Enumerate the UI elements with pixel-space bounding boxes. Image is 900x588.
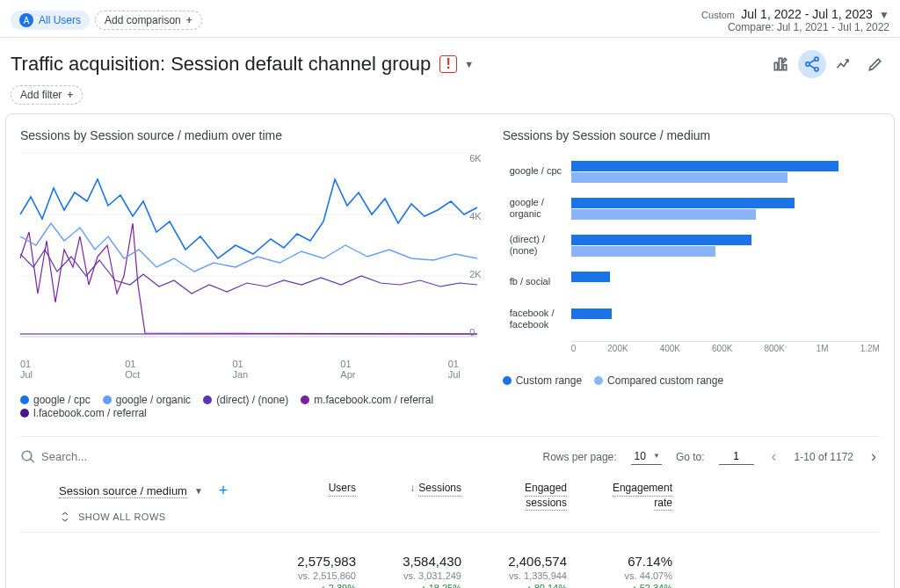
table-search[interactable] bbox=[20, 449, 543, 465]
rows-per-page-label: Rows per page: bbox=[543, 451, 617, 463]
summary-engagement-rate: 67.14% vs. 44.07% 52.34% bbox=[583, 554, 688, 588]
goto-label: Go to: bbox=[676, 451, 705, 463]
summary-engaged-sessions: 2,406,574 vs. 1,335,944 80.14% bbox=[477, 554, 583, 588]
rows-per-page-select[interactable]: 10 bbox=[631, 448, 662, 465]
y-tick: 4K bbox=[469, 211, 481, 221]
y-tick: 2K bbox=[469, 269, 481, 279]
svg-rect-2 bbox=[783, 65, 786, 70]
summary-users: 2,575,983 vs. 2,515,860 2.39% bbox=[266, 554, 372, 588]
legend-item[interactable]: google / cpc bbox=[20, 394, 91, 406]
col-engagement-rate[interactable]: Engagement bbox=[613, 482, 672, 497]
bar-x-tick: 800K bbox=[764, 344, 784, 353]
segment-badge: A bbox=[19, 13, 33, 27]
date-custom-label: Custom bbox=[701, 10, 735, 20]
col-users[interactable]: Users bbox=[329, 482, 356, 497]
x-tick: 01Oct bbox=[125, 359, 140, 380]
add-filter-label: Add filter bbox=[20, 89, 62, 101]
share-icon[interactable] bbox=[798, 50, 826, 78]
title-dropdown[interactable]: ▼ bbox=[464, 59, 474, 69]
add-dimension-button[interactable]: + bbox=[219, 482, 229, 500]
chevron-down-icon[interactable]: ▼ bbox=[194, 486, 203, 496]
page-title: Traffic acquisition: Session default cha… bbox=[11, 53, 431, 76]
bar-x-tick: 600K bbox=[712, 344, 732, 353]
summary-sessions: 3,584,430 vs. 3,031,249 18.25% bbox=[372, 554, 477, 588]
edit-icon[interactable] bbox=[861, 50, 889, 78]
bar-x-tick: 0 bbox=[571, 344, 577, 353]
x-tick: 01Jan bbox=[232, 359, 248, 380]
bar-row: facebook / facebook bbox=[510, 301, 880, 338]
plus-icon: + bbox=[186, 14, 192, 26]
col-sessions[interactable]: Sessions bbox=[418, 482, 461, 497]
x-tick: 01Jul bbox=[448, 359, 461, 380]
line-chart-legend: google / cpcgoogle / organic(direct) / (… bbox=[20, 394, 482, 420]
segment-label: All Users bbox=[39, 14, 81, 26]
legend-item[interactable]: m.facebook.com / referral bbox=[301, 394, 433, 406]
x-tick: 01Apr bbox=[340, 359, 355, 380]
bar-chart[interactable]: google / cpcgoogle / organic(direct) / (… bbox=[503, 153, 880, 353]
chevron-down-icon: ▼ bbox=[879, 9, 889, 21]
date-compare-label: Compare: Jul 1, 2021 - Jul 1, 2022 bbox=[701, 21, 889, 33]
legend-item[interactable]: Compared custom range bbox=[594, 374, 723, 387]
goto-input[interactable] bbox=[719, 448, 754, 465]
show-all-rows-label: SHOW ALL ROWS bbox=[78, 512, 166, 522]
dimension-header[interactable]: Session source / medium bbox=[59, 484, 187, 498]
legend-item[interactable]: google / organic bbox=[103, 394, 191, 406]
customize-report-icon[interactable] bbox=[766, 50, 795, 78]
search-input[interactable] bbox=[41, 450, 217, 463]
legend-item[interactable]: Custom range bbox=[503, 374, 582, 387]
segment-all-users[interactable]: A All Users bbox=[11, 11, 90, 30]
add-filter-button[interactable]: Add filter + bbox=[11, 85, 83, 105]
bar-row: google / organic bbox=[510, 190, 880, 227]
legend-item[interactable]: l.facebook.com / referral bbox=[20, 407, 147, 419]
bar-row: google / cpc bbox=[510, 153, 880, 190]
date-main: Jul 1, 2022 - Jul 1, 2023 bbox=[741, 7, 872, 21]
bar-x-tick: 400K bbox=[660, 344, 680, 353]
insights-icon[interactable] bbox=[830, 50, 858, 78]
add-comparison-button[interactable]: Add comparison + bbox=[95, 11, 202, 30]
bar-row: (direct) / (none) bbox=[510, 227, 880, 264]
col-engaged-sessions[interactable]: Engaged bbox=[525, 482, 567, 497]
bar-row: fb / social bbox=[510, 264, 880, 301]
y-tick: 0 bbox=[469, 327, 481, 338]
legend-item[interactable]: (direct) / (none) bbox=[203, 394, 288, 406]
y-tick: 6K bbox=[469, 153, 481, 163]
date-range-picker[interactable]: Custom Jul 1, 2022 - Jul 1, 2023 ▼ Compa… bbox=[701, 7, 889, 33]
x-tick: 01Jul bbox=[20, 359, 33, 380]
warning-icon[interactable]: ! bbox=[439, 55, 457, 73]
show-all-rows-button[interactable]: SHOW ALL ROWS bbox=[59, 511, 266, 523]
bar-chart-title: Sessions by Session source / medium bbox=[503, 128, 880, 142]
svg-rect-1 bbox=[779, 58, 781, 69]
bar-x-tick: 1.2M bbox=[860, 344, 880, 353]
prev-page-icon[interactable]: ‹ bbox=[768, 447, 780, 466]
plus-icon: + bbox=[67, 89, 73, 101]
line-chart[interactable]: 6K 4K 2K 0 bbox=[20, 153, 482, 355]
line-chart-title: Sessions by Session source / medium over… bbox=[20, 128, 482, 142]
next-page-icon[interactable]: › bbox=[867, 447, 880, 466]
bar-chart-legend: Custom rangeCompared custom range bbox=[503, 374, 880, 388]
page-range: 1-10 of 1172 bbox=[795, 451, 853, 463]
svg-rect-0 bbox=[774, 62, 777, 69]
add-comparison-label: Add comparison bbox=[105, 14, 181, 26]
bar-x-tick: 1M bbox=[817, 344, 829, 353]
bar-x-tick: 200K bbox=[607, 344, 628, 353]
sort-desc-icon: ↓ bbox=[410, 482, 415, 494]
